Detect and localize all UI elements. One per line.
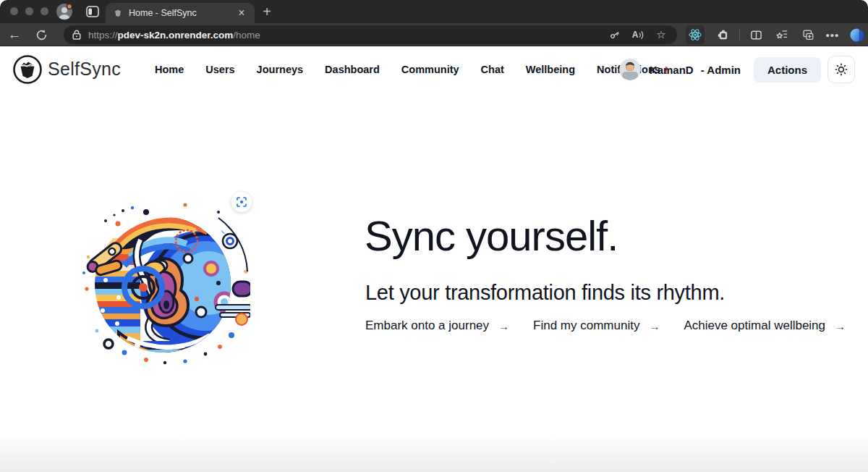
- back-button[interactable]: ←: [6, 26, 23, 43]
- arrow-right-icon: →: [835, 319, 846, 332]
- profile-icon: [56, 3, 73, 20]
- link-find-community[interactable]: Find my community →: [533, 319, 660, 333]
- arrow-right-icon: →: [649, 319, 660, 332]
- browser-profile-avatar[interactable]: [56, 3, 73, 20]
- user-avatar[interactable]: [619, 59, 641, 80]
- hero-title: Sync yourself.: [365, 215, 618, 257]
- hero-illustration: [77, 196, 250, 367]
- browser-titlebar: Home - SelfSync × +: [0, 0, 868, 23]
- visual-search-button[interactable]: [231, 192, 252, 212]
- nav-item-wellbeing[interactable]: Wellbeing: [526, 64, 575, 75]
- user-role-text: - Admin: [701, 64, 741, 76]
- window-close-button[interactable]: [10, 7, 18, 15]
- nav-item-home[interactable]: Home: [155, 64, 184, 75]
- selfsync-logo-icon[interactable]: [12, 54, 43, 85]
- window-zoom-button[interactable]: [41, 7, 48, 15]
- link-embark-journey[interactable]: Embark onto a journey →: [365, 319, 509, 333]
- tab-close-icon[interactable]: ×: [236, 7, 247, 19]
- visual-search-icon: [236, 196, 247, 208]
- theme-toggle-button[interactable]: [827, 56, 855, 83]
- window-minimize-button[interactable]: [25, 7, 33, 15]
- browser-toolbar: ← https://pdev-sk2n.onrender.com/home: [0, 23, 868, 46]
- actions-button[interactable]: Actions: [754, 57, 821, 83]
- arrow-right-icon: →: [498, 319, 509, 332]
- user-name-text: KamanD: [650, 64, 694, 76]
- lock-icon[interactable]: [71, 29, 82, 41]
- hero-subtitle: Let your transformation finds its rhythm…: [365, 281, 725, 305]
- page-bottom-shade: [0, 433, 868, 472]
- url-path: /home: [233, 30, 260, 41]
- site-nav: Home Users Journeys Dashboard Community …: [155, 46, 668, 93]
- url-host: pdev-sk2n.onrender.com: [118, 30, 234, 41]
- user-name: KamanD - Admin: [650, 64, 741, 76]
- nav-item-dashboard[interactable]: Dashboard: [325, 64, 380, 75]
- browser-window: Home - SelfSync × + ← https://pdev-sk2n.…: [0, 0, 868, 472]
- address-bar[interactable]: https://pdev-sk2n.onrender.com/home A ☆: [64, 25, 677, 44]
- hero-links: Embark onto a journey → Find my communit…: [365, 319, 846, 333]
- nav-item-community[interactable]: Community: [401, 64, 459, 75]
- favorites-hub-icon[interactable]: [773, 25, 791, 44]
- tab-favicon: [113, 8, 123, 18]
- url-scheme: https://: [88, 30, 118, 41]
- link-achieve-wellbeing[interactable]: Achieve optimal wellbeing →: [684, 319, 846, 333]
- react-devtools-extension-icon[interactable]: [686, 25, 705, 44]
- webpage: SelfSync Home Users Journeys Dashboard C…: [0, 46, 868, 472]
- refresh-icon: [35, 29, 48, 41]
- browser-tab-home[interactable]: Home - SelfSync ×: [106, 3, 255, 23]
- password-key-icon[interactable]: [606, 26, 624, 43]
- brand-name[interactable]: SelfSync: [48, 59, 121, 80]
- workspaces-icon[interactable]: [86, 6, 99, 17]
- nav-item-journeys[interactable]: Journeys: [257, 64, 303, 75]
- nav-item-users[interactable]: Users: [205, 64, 234, 75]
- add-favorite-star-icon[interactable]: ☆: [652, 26, 670, 43]
- extensions-puzzle-icon[interactable]: [713, 25, 732, 44]
- header-right-cluster: KamanD - Admin Actions: [619, 46, 855, 93]
- read-aloud-icon[interactable]: A: [629, 26, 647, 43]
- copilot-icon[interactable]: [848, 25, 867, 44]
- split-screen-icon[interactable]: [746, 25, 765, 44]
- collections-icon[interactable]: [799, 25, 817, 44]
- new-tab-button[interactable]: +: [258, 3, 276, 20]
- refresh-button[interactable]: [33, 26, 50, 43]
- tab-title: Home - SelfSync: [129, 8, 197, 18]
- settings-more-icon[interactable]: •••: [823, 25, 842, 44]
- site-header: SelfSync Home Users Journeys Dashboard C…: [0, 46, 868, 93]
- sun-icon: [835, 63, 848, 76]
- url-text: https://pdev-sk2n.onrender.com/home: [88, 30, 260, 41]
- toolbar-divider: [739, 29, 740, 41]
- window-controls: [10, 7, 48, 15]
- nav-item-chat[interactable]: Chat: [481, 64, 504, 75]
